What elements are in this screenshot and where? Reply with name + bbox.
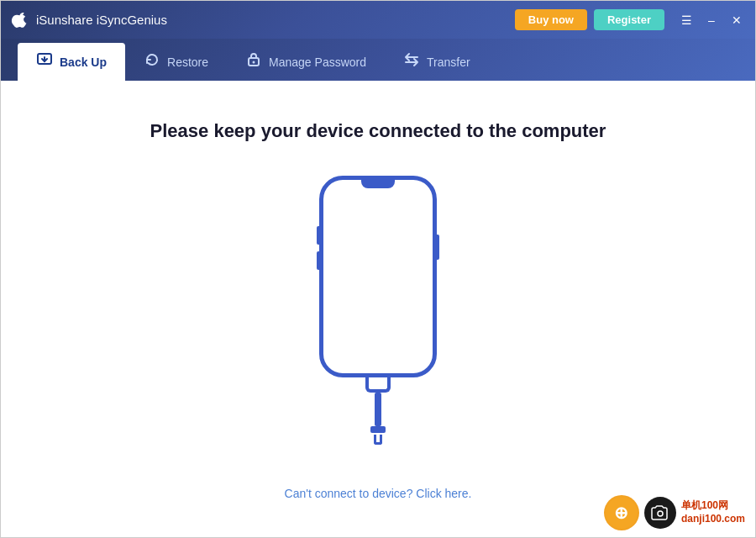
phone-side-btn-left2 [317, 251, 321, 270]
tab-manage-password-label: Manage Password [269, 55, 366, 69]
phone-body [319, 176, 437, 377]
tab-restore-label: Restore [167, 55, 208, 69]
titlebar-right: Buy now Register ☰ – ✕ [515, 9, 745, 30]
cable-line [375, 393, 381, 426]
close-button[interactable]: ✕ [728, 12, 745, 29]
register-button[interactable]: Register [594, 9, 664, 30]
backup-icon [36, 51, 53, 72]
phone-side-btn-right [435, 235, 439, 260]
app-logo-icon [11, 11, 29, 29]
tab-backup-label: Back Up [60, 55, 107, 69]
svg-point-2 [253, 61, 255, 64]
main-title: Please keep your device connected to the… [150, 120, 606, 142]
phone-notch [361, 180, 395, 188]
svg-point-3 [658, 511, 663, 516]
cable-connector-top [365, 377, 391, 393]
watermark-camera-icon [644, 497, 676, 529]
tab-manage-password[interactable]: Manage Password [227, 43, 385, 81]
watermark: ⊕ 单机100网 danji100.com [604, 495, 745, 530]
main-content: Please keep your device connected to the… [1, 81, 755, 538]
cable-plug-tip [374, 435, 382, 445]
watermark-site1: 单机100网 [681, 499, 745, 513]
connect-help-link[interactable]: Can't connect to device? Click here. [285, 487, 472, 500]
watermark-plus-icon: ⊕ [604, 495, 639, 530]
phone-side-btn-left1 [317, 226, 321, 245]
window-controls: ☰ – ✕ [678, 12, 745, 29]
tab-backup[interactable]: Back Up [18, 43, 125, 81]
titlebar-left: iSunshare iSyncGenius [11, 11, 167, 29]
tab-restore[interactable]: Restore [125, 43, 227, 81]
navbar: Back Up Restore Manage Password Tra [1, 39, 755, 81]
watermark-site2: danji100.com [681, 513, 745, 526]
titlebar: iSunshare iSyncGenius Buy now Register ☰… [1, 1, 755, 39]
tab-transfer[interactable]: Transfer [385, 43, 489, 81]
transfer-icon [403, 51, 420, 72]
cable-plug [370, 426, 386, 433]
cable [365, 377, 391, 445]
phone-illustration [319, 176, 437, 445]
restore-icon [144, 51, 160, 72]
watermark-text: 单机100网 danji100.com [681, 499, 745, 525]
menu-button[interactable]: ☰ [678, 12, 695, 29]
minimize-button[interactable]: – [703, 12, 720, 29]
password-icon [245, 51, 262, 72]
tab-transfer-label: Transfer [427, 55, 470, 69]
app-title: iSunshare iSyncGenius [36, 13, 167, 27]
buy-now-button[interactable]: Buy now [515, 9, 587, 30]
